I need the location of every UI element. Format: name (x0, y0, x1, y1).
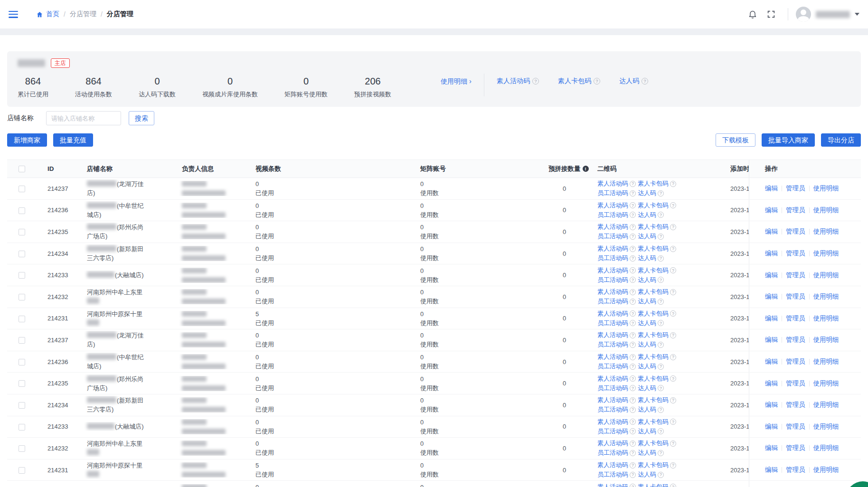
question-icon[interactable] (658, 277, 664, 283)
question-icon[interactable] (658, 450, 664, 456)
admin-link[interactable]: 管理员 (786, 357, 805, 366)
question-icon[interactable] (670, 246, 676, 252)
qr-suren-cardpack-link[interactable]: 素人卡包码 (638, 439, 669, 448)
qr-staff-activity-link[interactable]: 员工活动码 (597, 340, 628, 349)
info-icon[interactable] (583, 166, 589, 172)
edit-link[interactable]: 编辑 (765, 466, 778, 474)
qr-suren-cardpack-link[interactable]: 素人卡包码 (638, 460, 669, 470)
question-icon[interactable] (658, 472, 664, 478)
qr-daren-code-link[interactable]: 达人码 (638, 188, 656, 198)
usage-detail-row-link[interactable]: 使用明细 (813, 292, 839, 301)
edit-link[interactable]: 编辑 (765, 336, 778, 344)
qr-suren-cardpack-link[interactable]: 素人卡包码 (638, 482, 669, 487)
question-icon[interactable] (670, 181, 676, 187)
question-icon[interactable] (658, 320, 664, 326)
question-icon[interactable] (658, 385, 664, 391)
question-icon[interactable] (658, 428, 664, 434)
question-icon[interactable] (630, 212, 636, 218)
qr-suren-cardpack-link[interactable]: 素人卡包码 (638, 244, 669, 253)
usage-detail-row-link[interactable]: 使用明细 (813, 422, 839, 431)
user-menu-caret-icon[interactable] (855, 13, 859, 16)
question-icon[interactable] (630, 342, 636, 348)
edit-link[interactable]: 编辑 (765, 314, 778, 323)
usage-detail-row-link[interactable]: 使用明细 (813, 314, 839, 323)
usage-detail-row-link[interactable]: 使用明细 (813, 466, 839, 474)
question-icon[interactable] (630, 267, 636, 273)
qr-suren-activity-link[interactable]: 素人活动码 (597, 482, 628, 487)
qr-suren-cardpack-link[interactable]: 素人卡包码 (638, 222, 669, 232)
suren-cardpack-code-link[interactable]: 素人卡包码 (558, 77, 600, 85)
row-checkbox[interactable] (19, 251, 25, 257)
edit-link[interactable]: 编辑 (765, 249, 778, 258)
question-icon[interactable] (630, 428, 636, 434)
edit-link[interactable]: 编辑 (765, 379, 778, 388)
question-icon[interactable] (630, 246, 636, 252)
admin-link[interactable]: 管理员 (786, 401, 805, 409)
qr-staff-activity-link[interactable]: 员工活动码 (597, 297, 628, 306)
question-icon[interactable] (630, 364, 636, 370)
edit-link[interactable]: 编辑 (765, 292, 778, 301)
qr-suren-activity-link[interactable]: 素人活动码 (597, 179, 628, 188)
qr-suren-activity-link[interactable]: 素人活动码 (597, 460, 628, 470)
row-checkbox[interactable] (19, 207, 25, 214)
qr-suren-activity-link[interactable]: 素人活动码 (597, 374, 628, 384)
qr-suren-cardpack-link[interactable]: 素人卡包码 (638, 417, 669, 427)
qr-staff-activity-link[interactable]: 员工活动码 (597, 405, 628, 414)
batch-recharge-button[interactable]: 批量充值 (53, 133, 93, 147)
question-icon[interactable] (670, 224, 676, 230)
qr-staff-activity-link[interactable]: 员工活动码 (597, 232, 628, 241)
edit-link[interactable]: 编辑 (765, 444, 778, 452)
question-icon[interactable] (630, 472, 636, 478)
qr-staff-activity-link[interactable]: 员工活动码 (597, 427, 628, 436)
question-icon[interactable] (658, 190, 664, 197)
qr-staff-activity-link[interactable]: 员工活动码 (597, 470, 628, 479)
download-template-button[interactable]: 下载模板 (716, 133, 755, 147)
question-icon[interactable] (594, 78, 600, 84)
admin-link[interactable]: 管理员 (786, 466, 805, 474)
question-icon[interactable] (630, 190, 636, 197)
row-checkbox[interactable] (19, 380, 25, 387)
qr-staff-activity-link[interactable]: 员工活动码 (597, 362, 628, 371)
search-button[interactable]: 搜索 (129, 111, 154, 125)
edit-link[interactable]: 编辑 (765, 401, 778, 409)
question-icon[interactable] (670, 332, 676, 338)
question-icon[interactable] (630, 277, 636, 283)
qr-staff-activity-link[interactable]: 员工活动码 (597, 210, 628, 220)
qr-daren-code-link[interactable]: 达人码 (638, 275, 656, 285)
admin-link[interactable]: 管理员 (786, 314, 805, 323)
admin-link[interactable]: 管理员 (786, 422, 805, 431)
admin-link[interactable]: 管理员 (786, 206, 805, 215)
qr-daren-code-link[interactable]: 达人码 (638, 340, 656, 349)
question-icon[interactable] (670, 354, 676, 360)
question-icon[interactable] (658, 364, 664, 370)
question-icon[interactable] (630, 484, 636, 487)
row-checkbox[interactable] (19, 337, 25, 344)
question-icon[interactable] (670, 202, 676, 208)
usage-detail-row-link[interactable]: 使用明细 (813, 249, 839, 258)
edit-link[interactable]: 编辑 (765, 422, 778, 431)
breadcrumb-home-link[interactable]: 首页 (36, 10, 59, 19)
qr-suren-activity-link[interactable]: 素人活动码 (597, 244, 628, 253)
question-icon[interactable] (670, 310, 676, 317)
question-icon[interactable] (630, 299, 636, 305)
usage-detail-row-link[interactable]: 使用明细 (813, 206, 839, 215)
qr-suren-activity-link[interactable]: 素人活动码 (597, 266, 628, 275)
qr-suren-cardpack-link[interactable]: 素人卡包码 (638, 352, 669, 362)
question-icon[interactable] (630, 234, 636, 240)
row-checkbox[interactable] (19, 359, 25, 365)
qr-daren-code-link[interactable]: 达人码 (638, 253, 656, 263)
question-icon[interactable] (658, 299, 664, 305)
row-checkbox[interactable] (19, 316, 25, 322)
store-name-search-input[interactable] (46, 111, 121, 125)
export-branch-button[interactable]: 导出分店 (821, 133, 861, 147)
question-icon[interactable] (630, 440, 636, 447)
question-icon[interactable] (630, 181, 636, 187)
usage-detail-row-link[interactable]: 使用明细 (813, 336, 839, 344)
question-icon[interactable] (532, 78, 539, 84)
qr-suren-cardpack-link[interactable]: 素人卡包码 (638, 179, 669, 188)
admin-link[interactable]: 管理员 (786, 444, 805, 452)
row-checkbox[interactable] (19, 272, 25, 279)
qr-suren-activity-link[interactable]: 素人活动码 (597, 439, 628, 448)
qr-suren-activity-link[interactable]: 素人活动码 (597, 417, 628, 427)
admin-link[interactable]: 管理员 (786, 379, 805, 388)
